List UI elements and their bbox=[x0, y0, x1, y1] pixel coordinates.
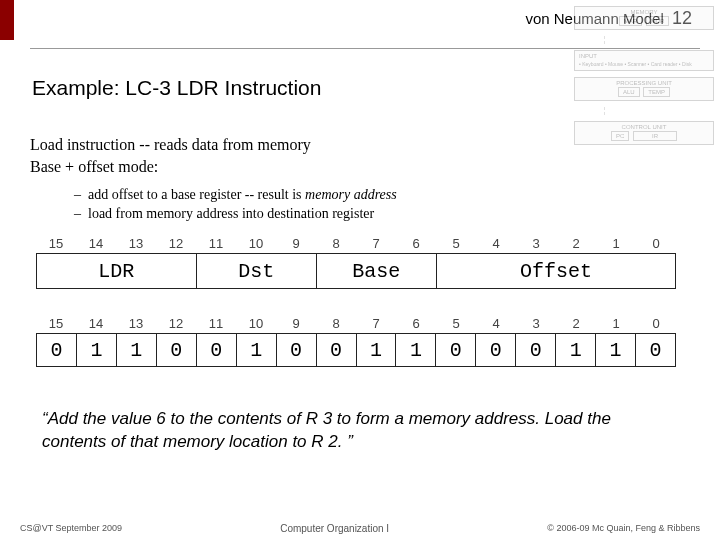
diagram-cu-label: CONTROL UNIT bbox=[579, 124, 709, 130]
bit-value: 1 bbox=[77, 334, 117, 366]
bit-index: 12 bbox=[156, 236, 196, 251]
bullet-dash: – bbox=[74, 205, 88, 224]
bullet-text: load from memory address into destinatio… bbox=[88, 206, 374, 221]
bullet-item: – load from memory address into destinat… bbox=[74, 205, 397, 224]
bit-index: 13 bbox=[116, 236, 156, 251]
bit-index: 7 bbox=[356, 236, 396, 251]
bit-value: 0 bbox=[636, 334, 675, 366]
diagram-pc: PC bbox=[611, 131, 629, 141]
diagram-memory-label: MEMORY bbox=[579, 9, 709, 15]
field-row: LDR Dst Base Offset bbox=[36, 253, 676, 289]
diagram-ir: IR bbox=[633, 131, 677, 141]
accent-bar bbox=[0, 0, 14, 40]
diagram-input-items: • Keyboard • Mouse • Scanner • Card read… bbox=[579, 61, 709, 68]
bit-value: 0 bbox=[277, 334, 317, 366]
bit-value: 0 bbox=[317, 334, 357, 366]
bit-value: 1 bbox=[396, 334, 436, 366]
architecture-diagram: MEMORY MAR MDR INPUT • Keyboard • Mouse … bbox=[574, 0, 714, 240]
bit-index: 1 bbox=[596, 316, 636, 331]
bit-index: 5 bbox=[436, 236, 476, 251]
bullet-em: memory address bbox=[305, 187, 397, 202]
bit-index: 3 bbox=[516, 236, 556, 251]
diagram-alu: ALU bbox=[618, 87, 640, 97]
bit-value: 0 bbox=[157, 334, 197, 366]
bit-index: 11 bbox=[196, 236, 236, 251]
bit-index: 14 bbox=[76, 236, 116, 251]
intro-text: Load instruction -- reads data from memo… bbox=[30, 134, 311, 177]
bit-index: 8 bbox=[316, 316, 356, 331]
bit-index: 14 bbox=[76, 316, 116, 331]
diagram-pu-label: PROCESSING UNIT bbox=[579, 80, 709, 86]
bit-index: 15 bbox=[36, 236, 76, 251]
bit-index: 12 bbox=[156, 316, 196, 331]
explanation-quote: “Add the value 6 to the contents of R 3 … bbox=[42, 408, 642, 454]
diagram-input-label: INPUT bbox=[579, 53, 709, 59]
bit-index: 2 bbox=[556, 236, 596, 251]
bit-index: 9 bbox=[276, 316, 316, 331]
bit-value: 1 bbox=[357, 334, 397, 366]
intro-line1: Load instruction -- reads data from memo… bbox=[30, 134, 311, 156]
bit-index: 6 bbox=[396, 316, 436, 331]
bit-index-row: 15 14 13 12 11 10 9 8 7 6 5 4 3 2 1 0 bbox=[36, 236, 676, 251]
bit-index: 13 bbox=[116, 316, 156, 331]
bit-index: 10 bbox=[236, 236, 276, 251]
footer: CS@VT September 2009 Computer Organizati… bbox=[0, 523, 720, 534]
bit-index: 1 bbox=[596, 236, 636, 251]
field-offset: Offset bbox=[437, 254, 675, 288]
bit-value: 0 bbox=[197, 334, 237, 366]
bullet-list: – add offset to a base register -- resul… bbox=[74, 186, 397, 224]
diagram-mar: MAR bbox=[619, 16, 642, 26]
bit-index: 11 bbox=[196, 316, 236, 331]
bit-index: 6 bbox=[396, 236, 436, 251]
footer-right: © 2006-09 Mc Quain, Feng & Ribbens bbox=[547, 523, 700, 534]
bullet-item: – add offset to a base register -- resul… bbox=[74, 186, 397, 205]
bit-index: 5 bbox=[436, 316, 476, 331]
footer-left: CS@VT September 2009 bbox=[20, 523, 122, 534]
bit-index-row: 15 14 13 12 11 10 9 8 7 6 5 4 3 2 1 0 bbox=[36, 316, 676, 331]
intro-line2: Base + offset mode: bbox=[30, 156, 311, 178]
bit-index: 9 bbox=[276, 236, 316, 251]
slide-title: Example: LC-3 LDR Instruction bbox=[32, 76, 321, 100]
bit-index: 4 bbox=[476, 236, 516, 251]
field-dst: Dst bbox=[197, 254, 317, 288]
bullet-dash: – bbox=[74, 186, 88, 205]
instruction-value-table: 15 14 13 12 11 10 9 8 7 6 5 4 3 2 1 0 0 … bbox=[36, 316, 676, 367]
bit-value: 0 bbox=[516, 334, 556, 366]
bit-value: 0 bbox=[37, 334, 77, 366]
bit-index: 4 bbox=[476, 316, 516, 331]
field-opcode: LDR bbox=[37, 254, 197, 288]
bit-value: 1 bbox=[237, 334, 277, 366]
instruction-format-table: 15 14 13 12 11 10 9 8 7 6 5 4 3 2 1 0 LD… bbox=[36, 236, 676, 289]
bit-index: 2 bbox=[556, 316, 596, 331]
footer-mid: Computer Organization I bbox=[122, 523, 547, 534]
field-base: Base bbox=[317, 254, 437, 288]
bit-index: 0 bbox=[636, 236, 676, 251]
bit-value: 1 bbox=[556, 334, 596, 366]
bit-value: 1 bbox=[117, 334, 157, 366]
diagram-mdr: MDR bbox=[646, 16, 670, 26]
bit-index: 0 bbox=[636, 316, 676, 331]
bit-value: 0 bbox=[436, 334, 476, 366]
bit-value-row: 0 1 1 0 0 1 0 0 1 1 0 0 0 1 1 0 bbox=[36, 333, 676, 367]
bit-index: 3 bbox=[516, 316, 556, 331]
diagram-temp: TEMP bbox=[643, 87, 670, 97]
bit-index: 8 bbox=[316, 236, 356, 251]
bit-value: 1 bbox=[596, 334, 636, 366]
bit-value: 0 bbox=[476, 334, 516, 366]
bit-index: 15 bbox=[36, 316, 76, 331]
bit-index: 10 bbox=[236, 316, 276, 331]
bit-index: 7 bbox=[356, 316, 396, 331]
bullet-text: add offset to a base register -- result … bbox=[88, 187, 305, 202]
